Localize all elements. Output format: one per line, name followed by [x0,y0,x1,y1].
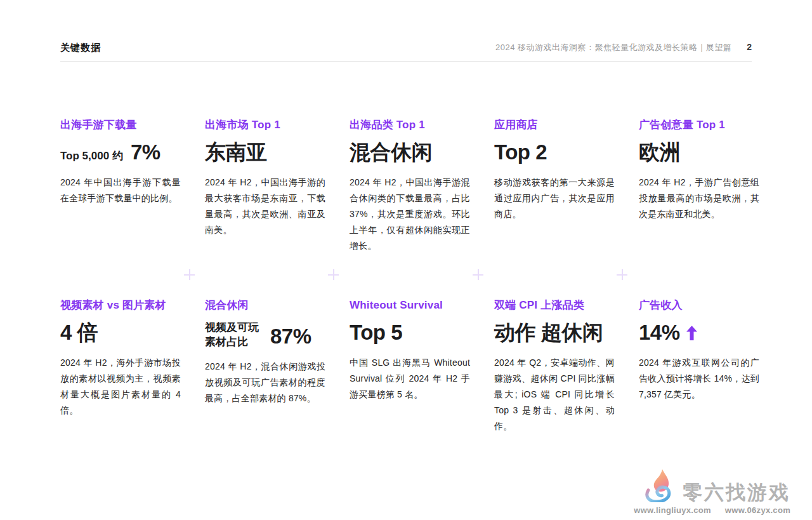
watermark-urls: www.lingliuyx.com www.06zyx.com [634,505,790,515]
stat-card-top-genre: 出海品类 Top 1 混合休闲 2024 年 H2，中国出海手游混合休闲类的下载… [350,118,470,254]
stat-prefix: Top 5,000 约 [60,149,123,163]
stat-value: 混合休闲 [350,140,432,165]
plus-divider-icon [184,269,195,280]
card-label: 出海品类 Top 1 [350,118,470,132]
plus-divider-icon [617,269,627,280]
up-arrow-icon [686,326,697,340]
card-label: 出海市场 Top 1 [205,118,325,132]
stat-prefix: 视频及可玩 素材占比 [205,320,259,349]
card-stat: 欧洲 [639,140,759,165]
card-description: 2024 年游戏互联网公司的广告收入预计将增长 14%，达到 7,357 亿美元… [639,355,759,403]
stat-card-video-vs-image: 视频素材 vs 图片素材 4 倍 2024 年 H2，海外手游市场投放的素材以视… [60,298,181,434]
stat-card-hybrid-casual-materials: 混合休闲 视频及可玩 素材占比 87% 2024 年 H2，混合休闲游戏投放视频… [205,298,325,434]
card-description: 2024 年 H2，海外手游市场投放的素材以视频为主，视频素材量大概是图片素材量… [60,355,181,418]
card-stat: 混合休闲 [350,140,470,165]
card-label: 双端 CPI 上涨品类 [494,298,615,312]
stat-prefix-line: 视频及可玩 [205,320,259,335]
watermark: 零六找游戏 www.lingliuyx.com www.06zyx.com [634,469,790,515]
stat-value: 东南亚 [205,140,267,165]
card-stat: 动作 超休闲 [494,320,615,345]
card-stat: Top 2 [494,140,615,165]
stat-card-downloads: 出海手游下载量 Top 5,000 约 7% 2024 年中国出海手游下载量在全… [60,118,181,254]
card-stat: Top 5 [350,320,470,345]
card-description: 2024 年 H2，中国出海手游混合休闲类的下载量最高，占比 37%，其次是重度… [350,175,470,254]
watermark-url: www.06zyx.com [725,505,790,515]
header-right: 2024 移动游戏出海洞察：聚焦轻量化游戏及增长策略｜展望篇 2 [495,42,752,53]
card-description: 2024 年 H2，手游广告创意组投放量最高的市场是欧洲，其次是东南亚和北美。 [639,175,759,222]
stat-value: 动作 超休闲 [494,320,603,345]
page-number: 2 [747,42,752,52]
card-label: Whiteout Survival [350,298,470,312]
card-label: 应用商店 [494,118,615,132]
stat-card-whiteout-survival: Whiteout Survival Top 5 中国 SLG 出海黑马 Whit… [350,298,470,434]
card-label: 广告收入 [639,298,759,312]
card-description: 2024 年 H2，混合休闲游戏投放视频及可玩广告素材的程度最高，占全部素材的 … [205,359,325,406]
card-label: 混合休闲 [205,298,325,312]
card-label: 视频素材 vs 图片素材 [60,298,181,312]
watermark-top: 零六找游戏 [641,469,790,503]
page-title: 关键数据 [60,42,101,54]
watermark-brand: 零六找游戏 [683,482,790,503]
card-stat: 视频及可玩 素材占比 87% [205,320,325,349]
stat-card-top-market: 出海市场 Top 1 东南亚 2024 年 H2，中国出海手游的最大获客市场是东… [205,118,325,254]
stats-row-1: 出海手游下载量 Top 5,000 约 7% 2024 年中国出海手游下载量在全… [60,118,759,254]
card-description: 中国 SLG 出海黑马 Whiteout Survival 位列 2024 年 … [350,355,470,403]
card-description: 2024 年 Q2，安卓端动作、网赚游戏、超休闲 CPI 同比涨幅最大; iOS… [494,355,615,434]
card-label: 广告创意量 Top 1 [639,118,759,132]
stat-card-ad-revenue: 广告收入 14% 2024 年游戏互联网公司的广告收入预计将增长 14%，达到 … [639,298,759,434]
card-stat: Top 5,000 约 7% [60,140,181,165]
stat-value: 87% [270,324,311,349]
slide-page: 关键数据 2024 移动游戏出海洞察：聚焦轻量化游戏及增长策略｜展望篇 2 出海… [0,0,812,520]
flame-swirl-logo-icon [641,469,678,505]
card-stat: 14% [639,320,759,345]
stat-value: Top 2 [494,140,547,165]
stats-row-2: 视频素材 vs 图片素材 4 倍 2024 年 H2，海外手游市场投放的素材以视… [60,298,759,434]
stat-value: 欧洲 [639,140,680,165]
stat-card-ad-creatives: 广告创意量 Top 1 欧洲 2024 年 H2，手游广告创意组投放量最高的市场… [639,118,759,254]
card-label: 出海手游下载量 [60,118,181,132]
plus-divider-icon [473,269,483,280]
report-title: 2024 移动游戏出海洞察：聚焦轻量化游戏及增长策略｜展望篇 [495,42,731,53]
card-description: 移动游戏获客的第一大来源是通过应用内广告，其次是应用商店。 [494,175,615,222]
plus-divider-icon [328,269,339,280]
stat-card-app-store: 应用商店 Top 2 移动游戏获客的第一大来源是通过应用内广告，其次是应用商店。 [494,118,615,254]
stat-card-cpi-genres: 双端 CPI 上涨品类 动作 超休闲 2024 年 Q2，安卓端动作、网赚游戏、… [494,298,615,434]
stat-value: 14% [639,320,680,345]
card-stat: 4 倍 [60,320,181,345]
card-description: 2024 年中国出海手游下载量在全球手游下载量中的比例。 [60,175,181,206]
card-description: 2024 年 H2，中国出海手游的最大获客市场是东南亚，下载量最高，其次是欧洲、… [205,175,325,238]
page-header: 关键数据 2024 移动游戏出海洞察：聚焦轻量化游戏及增长策略｜展望篇 2 [60,42,752,62]
watermark-url: www.lingliuyx.com [634,505,711,515]
stat-value: 4 倍 [60,320,98,345]
stat-prefix-line: 素材占比 [205,335,259,349]
stat-value: Top 5 [350,320,402,345]
card-stat: 东南亚 [205,140,325,165]
stat-value: 7% [131,140,160,165]
